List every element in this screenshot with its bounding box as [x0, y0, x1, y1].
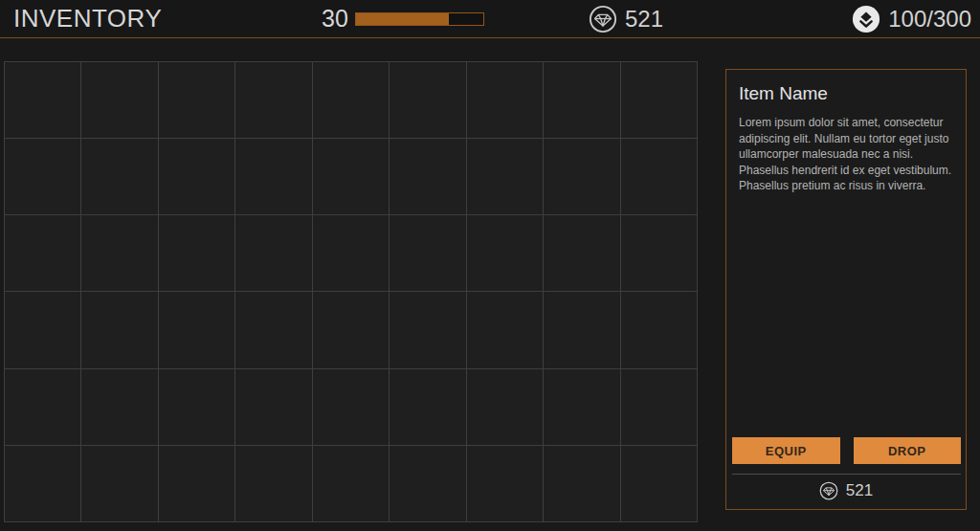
item-name: Item Name	[739, 83, 953, 104]
inventory-slot[interactable]	[313, 62, 389, 138]
capacity-value: 100/300	[888, 6, 971, 33]
drop-button[interactable]: DROP	[854, 437, 962, 464]
inventory-slot[interactable]	[313, 369, 389, 445]
inventory-slot[interactable]	[467, 139, 543, 214]
inventory-slot[interactable]	[5, 369, 80, 445]
panel-divider	[732, 474, 961, 475]
inventory-slot[interactable]	[159, 369, 234, 445]
inventory-slot[interactable]	[81, 215, 157, 291]
inventory-slot[interactable]	[621, 215, 697, 291]
top-bar: INVENTORY 30 521 1	[0, 0, 980, 38]
inventory-slot[interactable]	[159, 62, 234, 138]
inventory-slot[interactable]	[235, 62, 311, 138]
item-description: Lorem ipsum dolor sit amet, consectetur …	[739, 115, 953, 194]
page-title: INVENTORY	[13, 0, 162, 37]
inventory-slot[interactable]	[81, 62, 157, 138]
inventory-slot[interactable]	[235, 215, 311, 291]
inventory-slot[interactable]	[390, 292, 465, 367]
inventory-slot[interactable]	[544, 292, 619, 367]
inventory-slot[interactable]	[544, 369, 619, 445]
inventory-slot[interactable]	[544, 446, 619, 521]
capacity-counter: 100/300	[852, 0, 971, 37]
inventory-slot[interactable]	[467, 292, 543, 367]
inventory-slot[interactable]	[5, 62, 80, 138]
item-price: 521	[726, 478, 966, 503]
equip-button[interactable]: EQUIP	[732, 437, 840, 464]
inventory-slot[interactable]	[81, 369, 157, 445]
item-price-value: 521	[846, 481, 873, 500]
level-value: 30	[322, 5, 348, 33]
inventory-slot[interactable]	[159, 215, 234, 291]
gem-icon	[589, 5, 617, 33]
inventory-slot[interactable]	[5, 446, 80, 521]
inventory-slot[interactable]	[5, 292, 80, 367]
inventory-slot[interactable]	[235, 292, 311, 367]
inventory-slot[interactable]	[81, 139, 157, 214]
inventory-slot[interactable]	[313, 139, 389, 214]
inventory-slot[interactable]	[621, 62, 697, 138]
inventory-slot[interactable]	[621, 369, 697, 445]
inventory-slot[interactable]	[235, 446, 311, 521]
inventory-slot[interactable]	[313, 446, 389, 521]
inventory-slot[interactable]	[390, 369, 465, 445]
inventory-slot[interactable]	[235, 369, 311, 445]
stack-icon	[852, 5, 880, 33]
level-progress-fill	[356, 13, 449, 25]
inventory-slot[interactable]	[81, 292, 157, 367]
inventory-slot[interactable]	[5, 139, 80, 214]
inventory-slot[interactable]	[467, 369, 543, 445]
gems-counter: 521	[589, 0, 663, 37]
gem-icon	[819, 481, 838, 500]
inventory-slot[interactable]	[467, 62, 543, 138]
gems-value: 521	[625, 6, 663, 33]
inventory-slot[interactable]	[390, 62, 465, 138]
inventory-slot[interactable]	[544, 62, 619, 138]
inventory-slot[interactable]	[544, 139, 619, 214]
inventory-slot[interactable]	[159, 292, 234, 367]
level-progress-bar	[355, 12, 484, 26]
inventory-slot[interactable]	[313, 215, 389, 291]
inventory-slot[interactable]	[81, 446, 157, 521]
inventory-slot[interactable]	[621, 446, 697, 521]
item-detail-panel: Item Name Lorem ipsum dolor sit amet, co…	[725, 69, 967, 510]
inventory-slot[interactable]	[621, 139, 697, 214]
inventory-slot[interactable]	[467, 446, 543, 521]
inventory-slot[interactable]	[313, 292, 389, 367]
inventory-slot[interactable]	[390, 446, 465, 521]
inventory-slot[interactable]	[5, 215, 80, 291]
inventory-slot[interactable]	[390, 215, 465, 291]
inventory-slot[interactable]	[544, 215, 619, 291]
inventory-slot[interactable]	[159, 139, 234, 214]
item-actions: EQUIP DROP	[732, 437, 961, 464]
inventory-slot[interactable]	[390, 139, 465, 214]
inventory-slot[interactable]	[235, 139, 311, 214]
inventory-slot[interactable]	[467, 215, 543, 291]
level-indicator: 30	[322, 0, 484, 37]
inventory-slot[interactable]	[159, 446, 234, 521]
inventory-slot[interactable]	[621, 292, 697, 367]
inventory-grid	[4, 61, 698, 522]
